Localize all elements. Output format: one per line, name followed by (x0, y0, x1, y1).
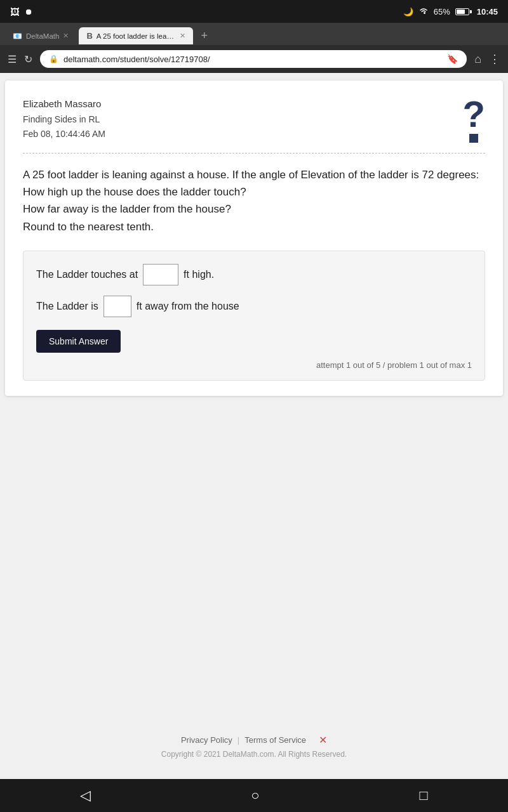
topic-label: Finding Sides in RL (23, 112, 105, 128)
close-tab-problem[interactable]: ✕ (180, 32, 185, 40)
question-mark-icon: ? (463, 96, 485, 133)
hamburger-menu[interactable]: ☰ (8, 53, 17, 65)
status-left-icons: 🖼 ⏺ (10, 6, 33, 17)
problem-text: A 25 foot ladder is leaning against a ho… (23, 166, 485, 235)
url-text: deltamath.com/student/solve/12719708/ (64, 55, 442, 64)
tab-deltamath[interactable]: 📧 DeltaMath ✕ (5, 28, 76, 44)
more-options-button[interactable]: ⋮ (489, 52, 500, 66)
submit-label: Submit Answer (49, 336, 108, 346)
submit-button[interactable]: Submit Answer (36, 330, 121, 353)
section-divider (23, 153, 485, 154)
deltamath-tab-label: DeltaMath (26, 32, 59, 40)
problem-card: Elizabeth Massaro Finding Sides in RL Fe… (5, 81, 503, 396)
answer-row-1: The Ladder touches at ft high. (36, 264, 472, 285)
content-area: Elizabeth Massaro Finding Sides in RL Fe… (0, 73, 508, 779)
footer-close-button[interactable]: ✕ (319, 734, 327, 746)
terms-of-service-link[interactable]: Terms of Service (244, 735, 306, 745)
footer-links: Privacy Policy | Terms of Service ✕ (18, 734, 490, 746)
url-bar[interactable]: 🔒 deltamath.com/student/solve/12719708/ … (40, 50, 467, 68)
moon-icon: 🌙 (403, 7, 413, 16)
android-nav-bar: ◁ ○ □ (0, 779, 508, 812)
battery-percentage: 65% (434, 7, 450, 16)
answer1-input[interactable] (143, 264, 178, 285)
photo-icon: 🖼 (10, 6, 20, 17)
user-name: Elizabeth Massaro (23, 96, 105, 112)
tab-bar: 📧 DeltaMath ✕ B A 25 foot ladder is lean… (0, 23, 508, 45)
question-box-icon (469, 134, 478, 143)
attempt-info: attempt 1 out of 5 / problem 1 out of ma… (36, 360, 472, 370)
footer: Privacy Policy | Terms of Service ✕ Copy… (5, 721, 503, 771)
answer2-label: The Ladder is (36, 301, 98, 312)
clock: 10:45 (477, 7, 498, 16)
problem-favicon: B (86, 31, 92, 41)
browser-chrome: 📧 DeltaMath ✕ B A 25 foot ladder is lean… (0, 23, 508, 73)
new-tab-button[interactable]: + (196, 27, 213, 45)
answer2-unit: ft away from the house (137, 301, 239, 312)
status-right-info: 🌙 65% 10:45 (403, 7, 498, 16)
problem-tab-label: A 25 foot ladder is leaning aga (97, 32, 177, 40)
tab-problem[interactable]: B A 25 foot ladder is leaning aga ✕ (79, 27, 193, 44)
home-nav-button[interactable]: ○ (238, 782, 272, 809)
record-icon: ⏺ (25, 7, 33, 16)
recents-button[interactable]: □ (407, 782, 441, 809)
home-button[interactable]: ⌂ (474, 53, 481, 66)
answer1-label: The Ladder touches at (36, 269, 138, 280)
answer1-unit: ft high. (184, 269, 214, 280)
lock-icon: 🔒 (49, 55, 58, 63)
bookmark-icon[interactable]: 🔖 (447, 54, 458, 64)
answer2-input[interactable] (104, 296, 131, 317)
back-button[interactable]: ◁ (67, 782, 104, 809)
footer-separator: | (237, 735, 239, 745)
deltamath-favicon: 📧 (13, 32, 22, 41)
privacy-policy-link[interactable]: Privacy Policy (181, 735, 232, 745)
user-info: Elizabeth Massaro Finding Sides in RL Fe… (23, 96, 105, 142)
card-header: Elizabeth Massaro Finding Sides in RL Fe… (23, 96, 485, 143)
footer-copyright: Copyright © 2021 DeltaMath.com. All Righ… (18, 750, 490, 759)
address-bar: ☰ ↻ 🔒 deltamath.com/student/solve/127197… (0, 45, 508, 73)
date-label: Feb 08, 10:44:46 AM (23, 127, 105, 142)
content-spacer (5, 403, 503, 721)
wifi-icon (418, 7, 429, 16)
close-tab-deltamath[interactable]: ✕ (63, 32, 69, 40)
status-bar: 🖼 ⏺ 🌙 65% 10:45 (0, 0, 508, 23)
answer-area: The Ladder touches at ft high. The Ladde… (23, 251, 485, 381)
help-icon[interactable]: ? (463, 96, 485, 143)
battery-icon (455, 8, 472, 15)
nav-buttons: ☰ ↻ (8, 53, 32, 65)
reload-button[interactable]: ↻ (24, 53, 32, 65)
answer-row-2: The Ladder is ft away from the house (36, 296, 472, 317)
